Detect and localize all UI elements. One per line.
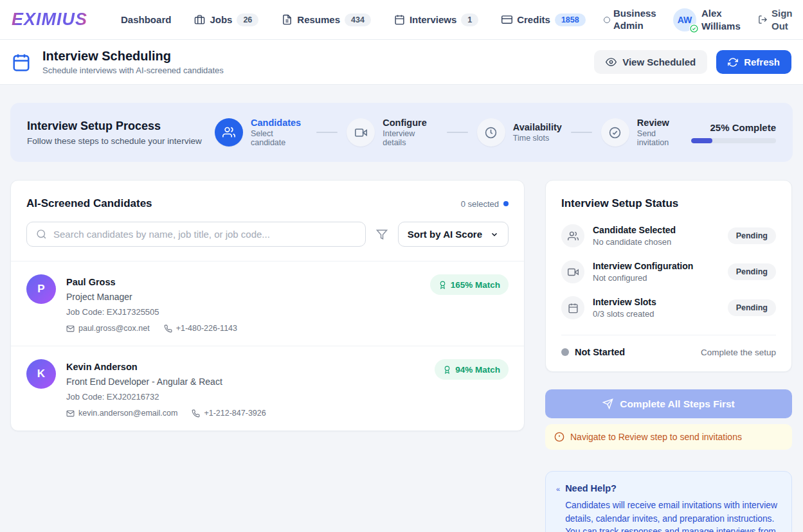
calendar-icon [394,14,405,25]
candidate-phone-text: +1-212-847-3926 [204,409,266,418]
status-item-candidate: Candidate Selected No candidate chosen P… [561,224,776,247]
candidate-row[interactable]: P Paul Gross Project Manager Job Code: E… [11,261,524,346]
step-availability-text: Availability Time slots [513,122,562,143]
filter-icon[interactable] [376,229,388,240]
candidate-email-text: paul.gross@cox.net [78,324,150,333]
resumes-count-badge: 434 [345,13,371,26]
video-camera-icon [561,260,584,283]
search-toolbar: Sort by AI Score [11,222,524,261]
nav-jobs[interactable]: Jobs 26 [194,13,258,26]
credit-card-icon [501,14,512,25]
candidate-avatar: K [26,359,56,389]
check-circle-icon [601,118,629,146]
phone-icon [192,409,200,418]
help-marker-icon: « [556,483,560,532]
nav-credits[interactable]: Credits 1858 [501,13,586,26]
step-configure[interactable]: Configure Interview details [347,118,438,147]
mail-icon [66,324,75,333]
warning-banner: Navigate to Review step to send invitati… [545,424,792,450]
mail-icon [66,409,75,418]
progress-fill [691,138,712,143]
sort-select[interactable]: Sort by AI Score [398,222,509,247]
candidates-card-header: AI-Screened Candidates 0 selected [11,181,524,222]
send-icon [602,398,613,409]
nav-interviews[interactable]: Interviews 1 [394,13,478,26]
nav-resumes[interactable]: Resumes 434 [282,13,371,26]
avatar-initials: AW [678,15,692,25]
status-item-slots: Interview Slots 0/3 slots created Pendin… [561,296,776,319]
briefcase-icon [194,14,205,25]
search-input[interactable] [53,229,356,240]
verified-check-icon [689,24,699,33]
phone-icon [164,324,172,333]
status-badge: Pending [728,227,776,244]
page-header-text: Interview Scheduling Schedule interviews… [42,49,224,75]
need-help-box: « Need Help? Candidates will receive ema… [545,471,792,532]
progress-label: 25% Complete [691,122,776,133]
users-icon [561,224,584,247]
candidate-row[interactable]: K Kevin Anderson Front End Developer - A… [11,346,524,430]
right-column: Interview Setup Status Candidate Selecte… [545,180,792,532]
step-candidates[interactable]: Candidates Select candidate [215,118,307,147]
status-text: Candidate Selected No candidate chosen [593,225,728,247]
status-text: Interview Slots 0/3 slots created [593,297,728,319]
top-navbar: EXIMIUS Dashboard Jobs 26 Resumes 434 In… [0,0,803,40]
nav-dashboard-label: Dashboard [121,14,171,25]
award-icon [438,281,447,289]
eximius-logo[interactable]: EXIMIUS [12,10,87,30]
role-circle-icon [604,17,610,23]
candidate-name: Kevin Anderson [66,359,435,372]
setup-process-banner: Interview Setup Process Follow these ste… [10,103,793,162]
award-icon [443,366,451,374]
candidates-title: AI-Screened Candidates [26,197,152,210]
candidate-phone: +1-480-226-1143 [164,324,237,333]
status-subtitle: No candidate chosen [593,237,728,247]
setup-status-title: Interview Setup Status [561,197,776,210]
step-review[interactable]: Review Send invitation [601,118,687,147]
clock-icon [477,118,505,146]
status-name: Interview Slots [593,297,728,307]
match-score-text: 165% Match [451,280,500,290]
help-content: Need Help? Candidates will receive email… [565,483,780,532]
step-configure-text: Configure Interview details [383,118,438,147]
status-subtitle: 0/3 slots created [593,309,728,319]
step-label: Candidates [251,118,307,128]
step-sublabel: Send invitation [637,129,687,147]
candidate-info: Paul Gross Project Manager Job Code: EXJ… [66,274,430,333]
calendar-icon [561,296,584,319]
refresh-label: Refresh [744,57,780,67]
status-name: Interview Configuration [593,261,728,271]
help-title: Need Help? [565,483,780,493]
header-actions: View Scheduled Refresh [594,50,791,74]
role-chip: Business Admin [604,8,658,32]
complete-all-steps-button[interactable]: Complete All Steps First [545,389,792,418]
status-name: Candidate Selected [593,225,728,235]
step-review-text: Review Send invitation [637,118,687,147]
jobs-count-badge: 26 [237,13,258,26]
overall-status-hint: Complete the setup [701,348,776,357]
candidate-email: paul.gross@cox.net [66,324,150,333]
step-label: Review [637,118,687,128]
credits-count-badge: 1858 [555,13,586,26]
page-header: Interview Scheduling Schedule interviews… [0,40,803,85]
step-availability[interactable]: Availability Time slots [477,118,562,146]
refresh-button[interactable]: Refresh [716,50,791,74]
sign-out-button[interactable]: Sign Out [758,7,791,32]
step-connector [447,132,468,133]
candidate-job-code: Job Code: EXJ20216732 [66,392,435,402]
log-out-icon [758,15,768,24]
status-badge: Pending [728,299,776,316]
user-menu[interactable]: AW Alex Williams [673,7,743,32]
selected-count-label: 0 selected [461,199,499,209]
user-name: Alex Williams [701,7,743,32]
eye-icon [606,57,617,67]
candidate-contacts: kevin.anderson@email.com +1-212-847-3926 [66,409,435,418]
nav-items: Dashboard Jobs 26 Resumes 434 Interviews… [121,13,586,26]
view-scheduled-button[interactable]: View Scheduled [594,50,707,74]
search-box [26,222,366,247]
nav-dashboard[interactable]: Dashboard [121,14,171,25]
step-label: Availability [513,122,562,132]
chevron-down-icon [490,230,499,239]
candidate-role: Project Manager [66,292,430,302]
setup-process-head: Interview Setup Process Follow these ste… [27,120,215,146]
